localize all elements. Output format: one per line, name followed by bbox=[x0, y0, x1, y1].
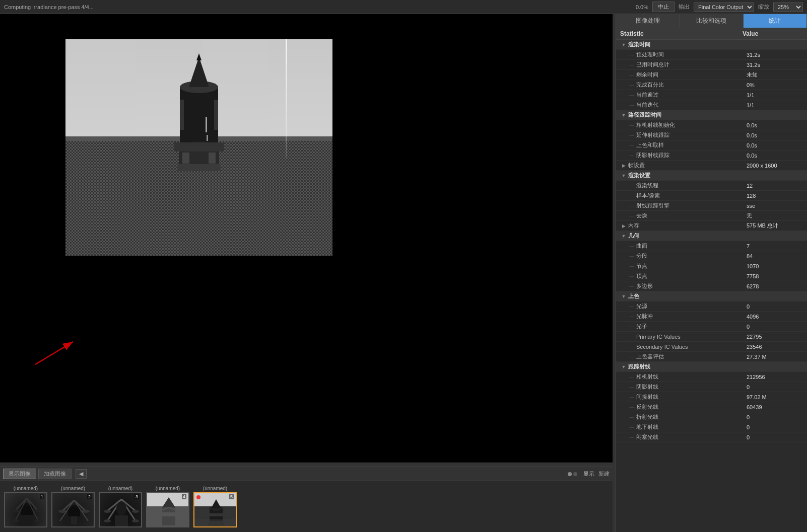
stat-key: 间接射线 bbox=[636, 393, 747, 401]
expand-icon[interactable]: ▼ bbox=[620, 172, 627, 179]
render-area: 显示图像 加载图像 ◀ 显示 新建 (unnamed) bbox=[0, 14, 613, 532]
svg-point-38 bbox=[104, 510, 111, 513]
stat-value: 31.2s bbox=[747, 62, 807, 68]
thumb-box-1[interactable]: 1 bbox=[4, 492, 47, 527]
thumbnail-item[interactable]: (unnamed) 1 bbox=[4, 486, 47, 527]
dash-icon: — bbox=[628, 92, 635, 99]
expand-icon-collapsed[interactable]: ▶ bbox=[620, 222, 627, 230]
stat-value: 7 bbox=[747, 243, 807, 249]
stats-row: — Primary IC Values 22795 bbox=[616, 332, 807, 342]
tab-stats[interactable]: 统计 bbox=[744, 14, 807, 28]
thumb-inner-2: 2 bbox=[52, 493, 94, 526]
render-scrollbar[interactable] bbox=[0, 463, 613, 467]
stats-section-header[interactable]: ▼ 跟踪射线 bbox=[616, 362, 807, 372]
dash-icon: — bbox=[628, 404, 635, 411]
output-select[interactable]: Final Color Output bbox=[694, 3, 754, 12]
svg-rect-48 bbox=[160, 512, 177, 516]
stat-key-single: 帧设置 bbox=[628, 162, 747, 169]
header-statistic: Statistic bbox=[620, 30, 743, 37]
stat-value: 0% bbox=[747, 82, 807, 88]
stats-row: — 光脉冲 4096 bbox=[616, 312, 807, 322]
stats-section-header[interactable]: ▼ 几何 bbox=[616, 231, 807, 241]
zoom-select[interactable]: 25% 50% 100% bbox=[773, 3, 803, 12]
stat-key: 延伸射线跟踪 bbox=[636, 131, 747, 139]
thumb-box-4[interactable]: 4 bbox=[146, 492, 189, 527]
tab-image-processing[interactable]: 图像处理 bbox=[616, 14, 680, 28]
thumb-label-3: (unnamed) bbox=[108, 486, 132, 491]
stats-section-header[interactable]: ▼ 渲染时间 bbox=[616, 40, 807, 50]
stat-key: 上色和取样 bbox=[636, 141, 747, 149]
expand-icon[interactable]: ▼ bbox=[620, 293, 627, 300]
thumb-label-5: (unnamed) bbox=[203, 486, 227, 491]
thumbnail-item[interactable]: (unnamed) 3 bbox=[99, 486, 142, 527]
stats-panel[interactable]: Statistic Value ▼ 渲染时间 — 预处理时间 31.2s — 已… bbox=[616, 28, 807, 532]
thumbnail-item[interactable]: (unnamed) 2 bbox=[51, 486, 95, 527]
stats-section-header[interactable]: ▼ 路径跟踪时间 bbox=[616, 110, 807, 120]
thumbnail-item[interactable]: (unnamed) 5 bbox=[193, 486, 237, 527]
dash-icon: — bbox=[628, 243, 635, 250]
dots-indicator bbox=[568, 472, 577, 476]
stat-value: 27.37 M bbox=[747, 354, 807, 360]
thumb-number-3: 3 bbox=[134, 494, 139, 499]
stats-row: — 分段 84 bbox=[616, 251, 807, 261]
top-bar: Computing irradiance pre-pass 4/4... 0.0… bbox=[0, 0, 807, 14]
bottom-toolbar: 显示图像 加载图像 ◀ 显示 新建 bbox=[0, 467, 613, 481]
rec-dot bbox=[196, 495, 200, 499]
expand-icon[interactable]: ▼ bbox=[620, 41, 627, 48]
thumb-inner-5: 5 bbox=[194, 493, 236, 526]
dash-icon: — bbox=[628, 424, 635, 431]
stat-key-single: 内存 bbox=[628, 222, 747, 230]
svg-point-21 bbox=[11, 509, 19, 512]
dash-icon: — bbox=[628, 61, 635, 68]
svg-marker-5 bbox=[196, 53, 201, 60]
section-label: 路径跟踪时间 bbox=[628, 111, 747, 119]
render-percent: 0.0% bbox=[636, 4, 648, 10]
stat-value: 无 bbox=[747, 212, 807, 219]
stat-value: 60439 bbox=[747, 404, 807, 410]
zoom-label: 缩放 bbox=[758, 3, 769, 11]
expand-icon[interactable]: ▼ bbox=[620, 233, 627, 240]
stats-section-header[interactable]: ▼ 上色 bbox=[616, 291, 807, 301]
stats-row: — 闷塞光线 0 bbox=[616, 432, 807, 442]
header-value: Value bbox=[743, 30, 803, 37]
dash-icon: — bbox=[628, 313, 635, 320]
stat-value: 1/1 bbox=[747, 102, 807, 108]
expand-icon[interactable]: ▼ bbox=[620, 363, 627, 370]
thumb-box-5[interactable]: 5 bbox=[193, 492, 237, 527]
stat-value: 0 bbox=[747, 303, 807, 310]
svg-point-25 bbox=[11, 519, 19, 522]
expand-icon[interactable]: ▼ bbox=[620, 112, 627, 119]
dot-1 bbox=[568, 472, 572, 476]
stat-key: 样本/像素 bbox=[636, 192, 747, 199]
stats-row-single[interactable]: ▶ 内存 575 MB 总计 bbox=[616, 221, 807, 231]
expand-icon-collapsed[interactable]: ▶ bbox=[620, 162, 627, 169]
stop-button[interactable]: 中止 bbox=[652, 2, 675, 12]
stats-row: — 节点 1070 bbox=[616, 261, 807, 271]
thumb-box-2[interactable]: 2 bbox=[51, 492, 95, 527]
stats-row: — 完成百分比 0% bbox=[616, 80, 807, 90]
dash-icon: — bbox=[628, 353, 635, 360]
stat-key: 完成百分比 bbox=[636, 81, 747, 89]
stat-value: 97.02 M bbox=[747, 394, 807, 400]
stats-row-single[interactable]: ▶ 帧设置 2000 x 1600 bbox=[616, 161, 807, 171]
dash-icon: — bbox=[628, 82, 635, 89]
stat-key: 已用时间总计 bbox=[636, 61, 747, 68]
dash-icon: — bbox=[628, 283, 635, 290]
stats-section-header[interactable]: ▼ 渲染设置 bbox=[616, 171, 807, 181]
stat-value: 12 bbox=[747, 183, 807, 189]
svg-rect-9 bbox=[214, 100, 218, 130]
load-image-button[interactable]: 加载图像 bbox=[38, 469, 72, 479]
show-image-button[interactable]: 显示图像 bbox=[3, 469, 36, 479]
thumb-box-3[interactable]: 3 bbox=[99, 492, 142, 527]
stats-rows-container: ▼ 渲染时间 — 预处理时间 31.2s — 已用时间总计 31.2s — bbox=[616, 40, 807, 442]
prev-button[interactable]: ◀ bbox=[76, 469, 87, 479]
stat-key: 去燥 bbox=[636, 212, 747, 219]
stat-key: 光子 bbox=[636, 323, 747, 330]
stat-value: 1/1 bbox=[747, 92, 807, 98]
main-layout: 显示图像 加载图像 ◀ 显示 新建 (unnamed) bbox=[0, 14, 807, 532]
stats-row: — 渲染线程 12 bbox=[616, 181, 807, 191]
thumbnail-item[interactable]: (unnamed) 4 bbox=[146, 486, 189, 527]
tab-compare-options[interactable]: 比较和选项 bbox=[680, 14, 743, 28]
stat-value: 0 bbox=[747, 324, 807, 330]
dash-icon: — bbox=[628, 51, 635, 58]
